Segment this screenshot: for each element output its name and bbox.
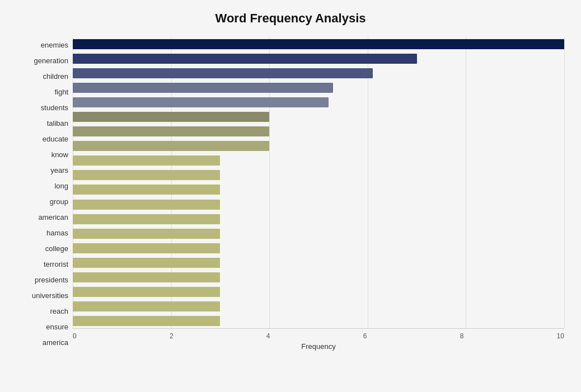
bar-row: [73, 67, 564, 80]
bars-container: [73, 37, 564, 328]
bar-row: [73, 37, 564, 51]
bar-row: [73, 242, 564, 255]
bar-row: [73, 139, 564, 153]
bar-row: [73, 81, 564, 95]
y-label: children: [43, 73, 68, 80]
bar-row: [73, 198, 564, 211]
x-tick: 6: [363, 332, 367, 340]
bar: [73, 126, 269, 136]
y-label: students: [41, 104, 68, 111]
bar: [73, 112, 269, 122]
y-label: long: [54, 182, 68, 190]
bar-row: [73, 300, 564, 313]
bar: [73, 243, 220, 253]
bar-row: [73, 183, 564, 196]
chart-title: Word Frequency Analysis: [17, 11, 564, 26]
y-label: america: [43, 339, 68, 346]
bar: [73, 54, 417, 64]
bar-row: [73, 212, 564, 226]
x-axis-section: 0246810 Frequency: [73, 328, 564, 351]
x-axis: 0246810: [73, 328, 564, 340]
bar: [73, 214, 220, 224]
y-label: presidents: [35, 276, 68, 284]
y-label: know: [51, 151, 68, 158]
x-tick: 8: [460, 332, 464, 340]
bar: [73, 287, 220, 297]
bar: [73, 68, 373, 78]
x-axis-label: Frequency: [73, 342, 564, 351]
y-label: fight: [54, 88, 68, 96]
bar: [73, 185, 220, 195]
y-label: ensure: [46, 323, 68, 330]
y-label: reach: [50, 308, 68, 315]
y-label: group: [50, 198, 68, 205]
bar: [73, 39, 564, 49]
bar-row: [73, 125, 564, 138]
x-tick: 2: [170, 332, 174, 340]
bar-row: [73, 256, 564, 270]
y-label: enemies: [41, 41, 68, 49]
bar-row: [73, 154, 564, 167]
bar-row: [73, 110, 564, 124]
bar: [73, 301, 220, 311]
bar: [73, 229, 220, 239]
bar: [73, 272, 220, 282]
bar: [73, 141, 269, 151]
x-tick: 4: [266, 332, 270, 340]
chart-container: Word Frequency Analysis enemiesgeneratio…: [0, 0, 581, 392]
bar-row: [73, 314, 564, 328]
bar: [73, 170, 220, 180]
bar-row: [73, 96, 564, 109]
y-axis-labels: enemiesgenerationchildrenfightstudentsta…: [17, 37, 73, 351]
bar: [73, 155, 220, 166]
bar: [73, 97, 329, 107]
bar: [73, 258, 220, 268]
bar-row: [73, 285, 564, 299]
bar: [73, 200, 220, 210]
bar-row: [73, 227, 564, 240]
bar-row: [73, 271, 564, 284]
y-label: college: [45, 245, 68, 252]
chart-area: enemiesgenerationchildrenfightstudentsta…: [17, 37, 564, 351]
bar: [73, 316, 220, 326]
grid-line: [564, 37, 565, 328]
y-label: universities: [32, 292, 68, 299]
y-label: american: [39, 214, 68, 221]
y-label: educate: [43, 135, 68, 143]
y-label: years: [50, 167, 68, 174]
bar-row: [73, 168, 564, 182]
x-tick: 0: [73, 332, 77, 340]
y-label: taliban: [47, 120, 68, 127]
bar: [73, 83, 333, 93]
y-label: generation: [34, 57, 68, 64]
y-label: terrorist: [44, 261, 68, 268]
x-tick: 10: [557, 332, 564, 340]
y-label: hamas: [46, 229, 68, 237]
bar-row: [73, 52, 564, 65]
plot-area: 0246810 Frequency: [73, 37, 564, 351]
